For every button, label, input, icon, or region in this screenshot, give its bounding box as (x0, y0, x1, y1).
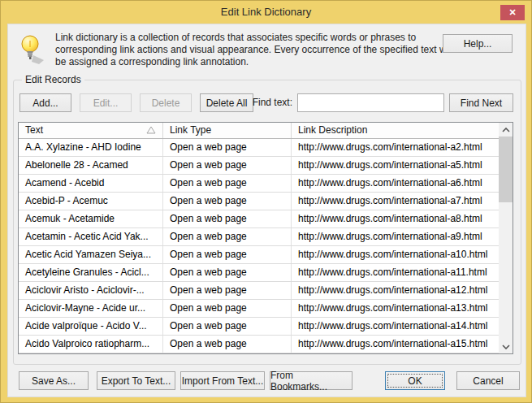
cell-desc: http://www.drugs.com/international-a14.h… (292, 318, 499, 335)
cell-text: Aciclovir Aristo - Aciclovir-... (19, 282, 163, 299)
cell-text: Acemuk - Acetamide (19, 210, 163, 228)
dialog-client-area: Link dictionary is a collection of recor… (7, 24, 526, 397)
close-icon: ✕ (508, 7, 516, 18)
scrollbar-thumb[interactable] (499, 136, 513, 202)
edit-link-dictionary-dialog: Edit Link Dictionary ✕ Link dictionary i… (0, 0, 532, 403)
table-body: A.A. Xylazine - AHD IodineOpen a web pag… (19, 139, 499, 353)
column-header-text[interactable]: Text (19, 123, 163, 138)
cell-type: Open a web page (163, 246, 292, 263)
cell-text: Acide valproïque - Acido V... (19, 318, 163, 335)
scroll-up-button[interactable] (499, 123, 513, 136)
find-text-input[interactable] (297, 93, 444, 112)
cell-text: Acetamin - Acetic Acid Yak... (19, 228, 163, 245)
cell-type: Open a web page (163, 157, 292, 174)
find-text-label: Find text: (252, 97, 292, 108)
cell-desc: http://www.drugs.com/international-a11.h… (292, 264, 499, 281)
cell-desc: http://www.drugs.com/international-a2.ht… (292, 139, 499, 156)
cell-text: Acamend - Acebid (19, 175, 163, 192)
help-button[interactable]: Help... (443, 34, 513, 53)
cell-type: Open a web page (163, 193, 292, 210)
info-line-3: be assigned a corresponding link annotat… (55, 56, 461, 68)
sort-ascending-icon (146, 126, 156, 134)
column-header-link-type[interactable]: Link Type (163, 123, 292, 138)
scroll-down-button[interactable] (499, 340, 513, 353)
info-line-1: Link dictionary is a collection of recor… (55, 32, 461, 44)
table-row[interactable]: Acetamin - Acetic Acid Yak...Open a web … (19, 228, 499, 246)
cell-text: Aciclovir-Mayne - Acide ur... (19, 300, 163, 317)
cell-text: Acetyleine Granules - Acicl... (19, 264, 163, 281)
table-row[interactable]: Acetyleine Granules - Acicl...Open a web… (19, 264, 499, 282)
cell-text: Abelonelle 28 - Acamed (19, 157, 163, 174)
cell-type: Open a web page (163, 300, 292, 317)
scrollbar-track[interactable] (499, 136, 513, 340)
table-row[interactable]: Acetic Acid Yamazen Seiya...Open a web p… (19, 246, 499, 264)
cell-desc: http://www.drugs.com/international-a6.ht… (292, 175, 499, 192)
vertical-scrollbar[interactable] (499, 123, 513, 353)
cell-desc: http://www.drugs.com/international-a5.ht… (292, 157, 499, 174)
dialog-title: Edit Link Dictionary (1, 6, 531, 18)
table-row[interactable]: Abelonelle 28 - AcamedOpen a web pagehtt… (19, 157, 499, 175)
cell-text: Acetic Acid Yamazen Seiya... (19, 246, 163, 263)
info-description: Link dictionary is a collection of recor… (55, 32, 461, 68)
table-header: Text Link Type Link Description (19, 123, 499, 139)
cell-desc: http://www.drugs.com/international-a10.h… (292, 246, 499, 263)
title-bar[interactable]: Edit Link Dictionary ✕ (1, 1, 531, 24)
records-table: Text Link Type Link Description A.A. Xyl… (18, 122, 513, 354)
cell-text: Acebid-P - Acemuc (19, 193, 163, 210)
table-row[interactable]: Aciclovir Aristo - Aciclovir-...Open a w… (19, 282, 499, 300)
save-as-button[interactable]: Save As... (19, 371, 89, 390)
info-line-2: corresponding link actions and visual ap… (55, 44, 461, 56)
find-next-button[interactable]: Find Next (449, 93, 513, 112)
table-row[interactable]: Aciclovir-Mayne - Acide ur...Open a web … (19, 300, 499, 318)
add-button[interactable]: Add... (19, 93, 71, 112)
cell-type: Open a web page (163, 175, 292, 192)
cell-desc: http://www.drugs.com/international-a8.ht… (292, 210, 499, 228)
cell-type: Open a web page (163, 210, 292, 228)
lightbulb-icon (19, 34, 47, 65)
ok-button[interactable]: OK (385, 371, 445, 390)
import-from-text-button[interactable]: Import From Text... (180, 371, 265, 390)
table-row[interactable]: A.A. Xylazine - AHD IodineOpen a web pag… (19, 139, 499, 157)
edit-button[interactable]: Edit... (80, 93, 132, 112)
delete-all-button[interactable]: Delete All (200, 93, 253, 112)
close-button[interactable]: ✕ (500, 5, 525, 20)
cell-type: Open a web page (163, 282, 292, 299)
cell-type: Open a web page (163, 228, 292, 245)
cell-desc: http://www.drugs.com/international-a9.ht… (292, 228, 499, 245)
cell-type: Open a web page (163, 318, 292, 335)
cell-type: Open a web page (163, 264, 292, 281)
cell-type: Open a web page (163, 139, 292, 156)
cell-text: A.A. Xylazine - AHD Iodine (19, 139, 163, 156)
cell-type: Open a web page (163, 336, 292, 353)
cell-desc: http://www.drugs.com/international-a12.h… (292, 282, 499, 299)
cell-desc: http://www.drugs.com/international-a15.h… (292, 336, 499, 353)
table-row[interactable]: Acamend - AcebidOpen a web pagehttp://ww… (19, 175, 499, 193)
table-row[interactable]: Acide valproïque - Acido V...Open a web … (19, 318, 499, 336)
export-to-text-button[interactable]: Export To Text... (97, 371, 175, 390)
cell-text: Acido Valproico ratiopharm... (19, 336, 163, 353)
chevron-up-icon (502, 128, 510, 132)
edit-records-group-label: Edit Records (22, 74, 84, 85)
table-row[interactable]: Acebid-P - AcemucOpen a web pagehttp://w… (19, 193, 499, 210)
delete-button[interactable]: Delete (140, 93, 192, 112)
column-header-link-description[interactable]: Link Description (292, 123, 499, 138)
table-row[interactable]: Acemuk - AcetamideOpen a web pagehttp://… (19, 210, 499, 228)
records-table-main: Text Link Type Link Description A.A. Xyl… (19, 123, 499, 353)
cell-desc: http://www.drugs.com/international-a13.h… (292, 300, 499, 317)
cell-desc: http://www.drugs.com/international-a7.ht… (292, 193, 499, 210)
from-bookmarks-button[interactable]: From Bookmarks... (270, 371, 353, 390)
table-row[interactable]: Acido Valproico ratiopharm...Open a web … (19, 336, 499, 353)
chevron-down-icon (502, 344, 510, 349)
cancel-button[interactable]: Cancel (456, 371, 520, 390)
